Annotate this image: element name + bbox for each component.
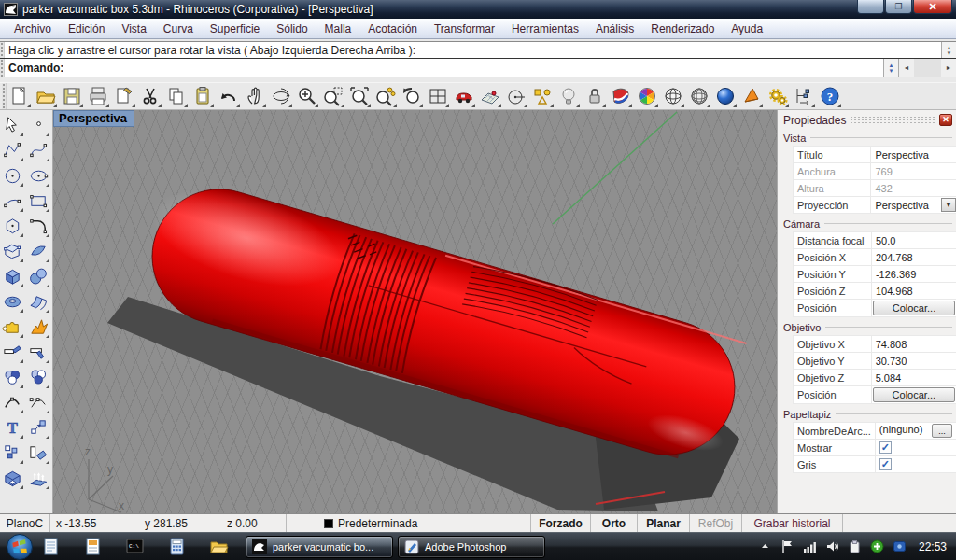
taskbar-window-rhino[interactable]: parker vacumatic bo... [246, 536, 393, 558]
wireframe-display-icon[interactable] [662, 85, 684, 107]
trim-icon[interactable] [2, 342, 23, 363]
render-preview-icon[interactable] [714, 85, 737, 107]
panel-close-button[interactable]: ✕ [939, 114, 952, 126]
copy-icon[interactable] [165, 85, 188, 107]
taskbar-window-photoshop[interactable]: Adobe Photoshop [398, 536, 545, 558]
gris-checkbox[interactable]: ✓ [879, 458, 892, 470]
volume-icon[interactable] [825, 539, 839, 553]
proyeccion-dropdown-arrow[interactable]: ▼ [941, 198, 956, 212]
block-instances-icon[interactable] [2, 442, 23, 464]
torus-icon[interactable] [2, 291, 23, 313]
mostrar-checkbox[interactable]: ✓ [879, 441, 892, 454]
spheres-boolean-icon[interactable] [28, 266, 49, 287]
layer-pane[interactable]: Predeterminada [287, 514, 531, 532]
command-prompt-icon[interactable]: C:\ [125, 537, 145, 556]
row-objx-value[interactable]: 74.808 [871, 336, 956, 353]
circle-icon[interactable] [2, 165, 23, 187]
curved-surface-icon[interactable] [28, 241, 49, 262]
open-file-icon[interactable] [35, 85, 57, 107]
text-object-icon[interactable]: T [2, 417, 23, 439]
menu-ayuda[interactable]: Ayuda [723, 21, 771, 37]
undo-view-change-icon[interactable] [401, 85, 423, 107]
record-history-icon[interactable] [793, 85, 815, 107]
paste-icon[interactable] [191, 85, 214, 107]
menu-acotacion[interactable]: Acotación [359, 21, 426, 37]
menu-edicion[interactable]: Edición [60, 21, 113, 37]
zoom-window-icon[interactable] [322, 85, 344, 107]
solid-box-icon[interactable] [2, 468, 23, 489]
command-input[interactable] [63, 59, 883, 77]
ghosted-display-icon[interactable] [688, 85, 710, 107]
menu-transformar[interactable]: Transformar [426, 21, 503, 37]
layer-color-swatch[interactable] [324, 519, 333, 528]
minimize-button[interactable]: – [857, 0, 884, 14]
save-file-icon[interactable] [61, 85, 83, 107]
menu-renderizado[interactable]: Renderizado [642, 21, 723, 37]
select-arrow-icon[interactable] [2, 115, 23, 136]
objetivo-colocar-button[interactable]: Colocar... [873, 387, 955, 402]
fillet-corner-icon[interactable] [28, 216, 49, 237]
blue-app-icon[interactable] [893, 539, 907, 553]
color-wheel-icon[interactable] [636, 85, 658, 107]
row-posx-value[interactable]: 204.768 [871, 249, 956, 266]
menu-malla[interactable]: Malla [316, 21, 360, 37]
start-button[interactable] [6, 533, 34, 560]
wordpad-icon[interactable] [83, 537, 103, 556]
rotate-view-icon[interactable] [270, 85, 292, 107]
help-icon[interactable]: ? [819, 85, 841, 107]
export-with-note-icon[interactable] [113, 85, 135, 107]
interpolate-curve-icon[interactable] [28, 140, 49, 161]
refobj-toggle[interactable]: RefObj [690, 514, 742, 532]
lock-objects-icon[interactable] [583, 85, 606, 107]
join-puzzle-icon[interactable] [2, 316, 23, 338]
circle-tool-icon[interactable] [505, 85, 527, 107]
explorer-folder-icon[interactable] [209, 537, 229, 556]
menu-superficie[interactable]: Superficie [202, 21, 268, 37]
rectangle-icon[interactable] [28, 190, 49, 212]
antivirus-plus-icon[interactable] [870, 539, 884, 553]
extrude-surface-icon[interactable] [28, 468, 49, 489]
cplane-icon[interactable] [479, 85, 501, 107]
notepad-icon[interactable] [41, 537, 61, 556]
viewport-layout-icon[interactable] [427, 85, 449, 107]
orto-toggle[interactable]: Orto [591, 514, 638, 532]
row-posz-value[interactable]: 104.968 [871, 283, 956, 300]
command-spinner[interactable]: ▲▼ [883, 59, 898, 77]
move-scale-icon[interactable] [28, 417, 49, 439]
boolean-union-icon[interactable] [2, 367, 23, 388]
menu-curva[interactable]: Curva [155, 21, 202, 37]
action-center-flag-icon[interactable] [780, 539, 794, 553]
menu-analisis[interactable]: Análisis [587, 21, 642, 37]
restore-button[interactable]: ❐ [885, 0, 912, 14]
camara-colocar-button[interactable]: Colocar... [873, 301, 955, 315]
row-objz-value[interactable]: 5.084 [871, 370, 956, 386]
close-button[interactable]: ✕ [913, 0, 952, 14]
print-icon[interactable] [87, 85, 109, 107]
clipboard-sync-icon[interactable] [848, 539, 862, 553]
show-hidden-icons[interactable] [758, 539, 772, 553]
surface-from-points-icon[interactable] [2, 241, 23, 262]
polygon-icon[interactable] [2, 216, 23, 237]
zoom-selected-icon[interactable] [374, 85, 397, 107]
viewport-canvas[interactable]: z y x [53, 110, 777, 513]
menu-herramientas[interactable]: Herramientas [503, 21, 587, 37]
viewport-perspective[interactable]: Perspectiva [53, 110, 777, 513]
row-focal-value[interactable]: 50.0 [871, 232, 956, 249]
polyline-icon[interactable] [2, 140, 23, 161]
curve-handles-icon[interactable] [28, 392, 49, 413]
cut-icon[interactable] [139, 85, 162, 107]
proyeccion-select-value[interactable]: Perspectiva [875, 200, 941, 211]
split-icon[interactable] [28, 342, 49, 363]
wallpaper-browse-button[interactable]: ... [932, 424, 952, 438]
calculator-icon[interactable] [167, 537, 187, 556]
undo-icon[interactable] [218, 85, 240, 107]
menu-vista[interactable]: Vista [113, 21, 154, 37]
grabar-historial-toggle[interactable]: Grabar historial [742, 514, 843, 532]
object-snap-icon[interactable] [531, 85, 554, 107]
command-scrollbar[interactable]: ◄ ► [898, 59, 956, 77]
viewport-title-label[interactable]: Perspectiva [53, 110, 134, 127]
forzado-toggle[interactable]: Forzado [531, 514, 591, 532]
pan-view-icon[interactable] [244, 85, 266, 107]
shaded-viewport-icon[interactable] [610, 85, 632, 107]
menu-archivo[interactable]: Archivo [6, 21, 60, 37]
